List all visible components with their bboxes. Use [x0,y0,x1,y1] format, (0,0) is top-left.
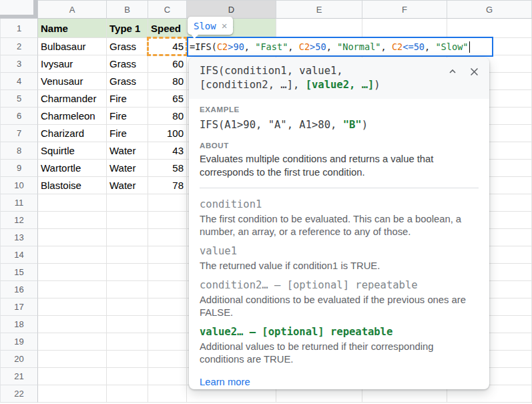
cell-B1[interactable]: Type 1 [107,19,148,38]
column-header-C[interactable]: C [148,0,187,19]
cell-C1[interactable]: Speed [148,19,187,38]
freeze-handle-horizontal[interactable] [0,15,37,18]
active-cell-editor[interactable]: =IFS(C2>90, "Fast", C2>50, "Normal", C2<… [187,37,493,57]
cell-A11[interactable] [38,194,107,212]
cell-B15[interactable] [107,264,148,281]
cell-A3[interactable]: Ivysaur [38,55,107,73]
cell-B19[interactable] [107,333,148,351]
cell-C2[interactable]: 45 [148,38,187,55]
row-header-22[interactable]: 22 [0,385,38,403]
row-header-21[interactable]: 21 [0,368,38,385]
cell-C21[interactable] [148,368,187,385]
column-header-B[interactable]: B [107,0,148,19]
cell-C12[interactable] [148,212,187,229]
cell-A6[interactable]: Charmeleon [38,108,107,125]
row-header-11[interactable]: 11 [0,194,38,212]
cell-A10[interactable]: Blastoise [38,177,107,194]
preview-close-icon[interactable]: × [222,21,228,31]
cell-B17[interactable] [107,298,148,316]
cell-A21[interactable] [38,368,107,385]
cell-C5[interactable]: 65 [148,90,187,108]
cell-B6[interactable]: Fire [107,108,148,125]
cell-C15[interactable] [148,264,187,281]
row-header-17[interactable]: 17 [0,298,38,316]
row-header-8[interactable]: 8 [0,142,38,160]
cell-C19[interactable] [148,333,187,351]
cell-B11[interactable] [107,194,148,212]
cell-A4[interactable]: Venusaur [38,73,107,90]
column-header-F[interactable]: F [362,0,447,19]
row-header-19[interactable]: 19 [0,333,38,351]
cell-A19[interactable] [38,333,107,351]
cell-A16[interactable] [38,281,107,298]
cell-A20[interactable] [38,351,107,368]
cell-B12[interactable] [107,212,148,229]
cell-A7[interactable]: Charizard [38,125,107,142]
cell-B7[interactable]: Fire [107,125,148,142]
row-header-18[interactable]: 18 [0,316,38,333]
cell-B3[interactable]: Grass [107,55,148,73]
cell-A14[interactable] [38,246,107,264]
row-header-3[interactable]: 3 [0,55,38,73]
cell-C18[interactable] [148,316,187,333]
row-header-10[interactable]: 10 [0,177,38,194]
cell-A5[interactable]: Charmander [38,90,107,108]
cell-B21[interactable] [107,368,148,385]
row-header-4[interactable]: 4 [0,73,38,90]
cell-A9[interactable]: Wartortle [38,160,107,177]
cell-A12[interactable] [38,212,107,229]
cell-C6[interactable]: 80 [148,108,187,125]
column-header-G[interactable]: G [447,0,532,19]
cell-C9[interactable]: 58 [148,160,187,177]
row-header-5[interactable]: 5 [0,90,38,108]
cell-B4[interactable]: Grass [107,73,148,90]
cell-C4[interactable]: 80 [148,73,187,90]
row-header-20[interactable]: 20 [0,351,38,368]
cell-B9[interactable]: Water [107,160,148,177]
cell-B14[interactable] [107,246,148,264]
row-header-6[interactable]: 6 [0,108,38,125]
learn-more-link[interactable]: Learn more [200,377,250,387]
row-header-16[interactable]: 16 [0,281,38,298]
cell-A8[interactable]: Squirtle [38,142,107,160]
cell-B22[interactable] [107,385,148,403]
row-header-1[interactable]: 1 [0,19,38,38]
cell-C22[interactable] [148,385,187,403]
close-icon[interactable] [469,66,480,77]
row-header-9[interactable]: 9 [0,160,38,177]
cell-B8[interactable]: Water [107,142,148,160]
cell-A13[interactable] [38,229,107,246]
row-header-15[interactable]: 15 [0,264,38,281]
row-header-12[interactable]: 12 [0,212,38,229]
cell-B18[interactable] [107,316,148,333]
cell-A1[interactable]: Name [38,19,107,38]
cell-C8[interactable]: 43 [148,142,187,160]
row-header-14[interactable]: 14 [0,246,38,264]
cell-A17[interactable] [38,298,107,316]
cell-A22[interactable] [38,385,107,403]
cell-C3[interactable]: 60 [148,55,187,73]
cell-B16[interactable] [107,281,148,298]
row-header-13[interactable]: 13 [0,229,38,246]
column-header-D[interactable]: D [187,0,276,19]
cell-A18[interactable] [38,316,107,333]
cell-C11[interactable] [148,194,187,212]
cell-B5[interactable]: Fire [107,90,148,108]
cell-A2[interactable]: Bulbasaur [38,38,107,55]
select-all-corner[interactable] [0,0,38,19]
cell-C10[interactable]: 78 [148,177,187,194]
cell-C16[interactable] [148,281,187,298]
cell-G1[interactable] [447,19,532,38]
cell-A15[interactable] [38,264,107,281]
row-header-7[interactable]: 7 [0,125,38,142]
cell-C7[interactable]: 100 [148,125,187,142]
cell-C14[interactable] [148,246,187,264]
cell-F1[interactable] [362,19,447,38]
cell-B20[interactable] [107,351,148,368]
cell-C13[interactable] [148,229,187,246]
cell-B13[interactable] [107,229,148,246]
cell-C20[interactable] [148,351,187,368]
column-header-E[interactable]: E [276,0,362,19]
cell-C17[interactable] [148,298,187,316]
column-header-A[interactable]: A [38,0,107,19]
